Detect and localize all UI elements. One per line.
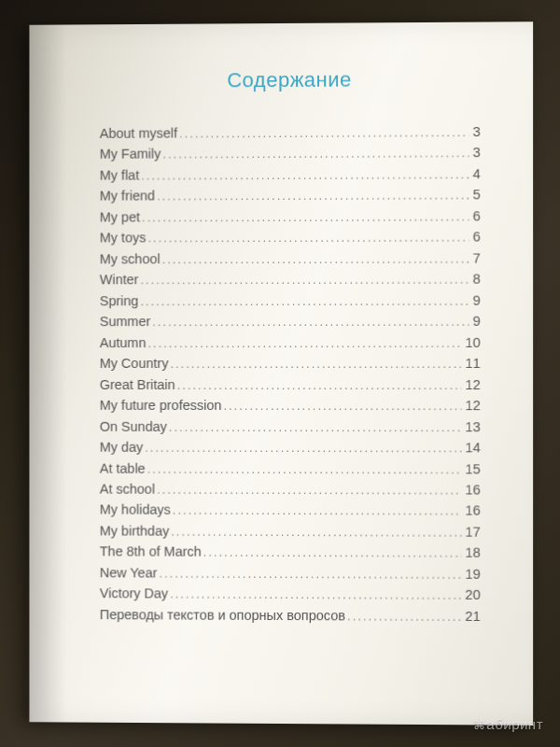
toc-entry: My toys6 bbox=[100, 227, 481, 249]
toc-entry: My school7 bbox=[100, 247, 481, 269]
toc-entry: My pet6 bbox=[100, 205, 481, 228]
toc-leader-dots bbox=[141, 165, 469, 185]
toc-entry-label: My Family bbox=[100, 144, 163, 165]
toc-leader-dots bbox=[142, 207, 469, 227]
toc-leader-dots bbox=[147, 334, 461, 353]
toc-entry: The 8th of March18 bbox=[100, 542, 481, 564]
toc-entry: My friend5 bbox=[100, 185, 481, 207]
toc-leader-dots bbox=[179, 123, 469, 144]
toc-entry: At school16 bbox=[100, 479, 481, 500]
toc-entry-label: My birthday bbox=[100, 520, 171, 542]
toc-entry-page: 8 bbox=[469, 269, 481, 290]
toc-leader-dots bbox=[171, 523, 461, 543]
toc-title: Содержание bbox=[92, 67, 488, 93]
toc-entry-label: Winter bbox=[100, 270, 141, 290]
toc-entry: About myself3 bbox=[100, 121, 481, 144]
toc-entry-label: Summer bbox=[100, 311, 152, 331]
toc-leader-dots bbox=[152, 313, 469, 331]
toc-entry-label: Autumn bbox=[100, 332, 148, 353]
toc-entry-label: At school bbox=[100, 479, 157, 500]
toc-entry-label: Victory Day bbox=[100, 584, 170, 605]
toc-entry-label: About myself bbox=[100, 123, 179, 145]
toc-entry-label: The 8th of March bbox=[100, 542, 203, 563]
toc-leader-dots bbox=[157, 481, 461, 500]
toc-entry-label: At table bbox=[100, 458, 147, 478]
toc-entry-page: 10 bbox=[461, 332, 480, 354]
toc-entry-label: My day bbox=[100, 437, 145, 458]
toc-entry-page: 17 bbox=[461, 521, 480, 543]
toc-entry-page: 7 bbox=[469, 247, 481, 269]
toc-leader-dots bbox=[147, 459, 462, 479]
watermark-text: абиринт bbox=[486, 716, 543, 732]
toc-entry-page: 13 bbox=[461, 416, 480, 438]
toc-entry-page: 4 bbox=[469, 163, 481, 185]
toc-leader-dots bbox=[140, 271, 469, 290]
toc-leader-dots bbox=[170, 585, 461, 605]
toc-entry: On Sunday13 bbox=[100, 416, 481, 437]
book-page: Содержание About myself3My Family3My fla… bbox=[29, 21, 533, 726]
toc-entry-page: 20 bbox=[461, 585, 480, 606]
toc-entry: At table15 bbox=[100, 458, 481, 479]
watermark: ⌘абиринт bbox=[473, 716, 543, 732]
toc-leader-dots bbox=[170, 355, 461, 374]
toc-entry-page: 3 bbox=[469, 143, 481, 164]
toc-entry: Great Britain12 bbox=[100, 374, 481, 396]
toc-entry-page: 9 bbox=[469, 289, 481, 311]
toc-entry-page: 16 bbox=[461, 479, 480, 500]
toc-entry-label: Spring bbox=[100, 290, 141, 311]
maze-icon: ⌘ bbox=[473, 718, 486, 732]
toc-entry-label: My school bbox=[100, 248, 162, 270]
toc-entry-page: 9 bbox=[469, 311, 481, 332]
toc-entry-page: 18 bbox=[461, 543, 480, 564]
toc-entry-page: 6 bbox=[469, 227, 481, 248]
toc-entry-page: 19 bbox=[461, 564, 480, 585]
toc-entry-page: 12 bbox=[461, 374, 480, 396]
toc-entry: Переводы текстов и опорных вопросов21 bbox=[100, 604, 481, 627]
toc-entry-page: 14 bbox=[461, 437, 480, 458]
toc-entry: My birthday17 bbox=[100, 520, 481, 543]
toc-entry-page: 21 bbox=[461, 606, 480, 627]
toc-entry: Autumn10 bbox=[100, 332, 481, 354]
toc-entry: My flat4 bbox=[100, 163, 481, 186]
toc-entry: My Family3 bbox=[100, 143, 481, 165]
toc-entry-label: My Country bbox=[100, 353, 171, 374]
toc-entry: My day14 bbox=[100, 437, 481, 458]
toc-entry-label: Переводы текстов и опорных вопросов bbox=[100, 604, 347, 627]
toc-entry-label: My pet bbox=[100, 206, 142, 228]
toc-entry-label: My flat bbox=[100, 165, 141, 187]
toc-entry: My Country11 bbox=[100, 353, 481, 374]
toc-entry-page: 12 bbox=[461, 395, 480, 416]
toc-leader-dots bbox=[173, 501, 462, 521]
toc-leader-dots bbox=[177, 376, 462, 395]
toc-entry: My future profession12 bbox=[100, 395, 481, 416]
toc-leader-dots bbox=[157, 187, 469, 206]
toc-entry-label: My friend bbox=[100, 186, 157, 207]
toc-leader-dots bbox=[147, 229, 469, 248]
toc-leader-dots bbox=[162, 145, 469, 164]
table-of-contents: About myself3My Family3My flat4My friend… bbox=[92, 121, 488, 627]
toc-entry: New Year19 bbox=[100, 562, 481, 585]
toc-leader-dots bbox=[223, 397, 461, 416]
toc-entry: My holidays16 bbox=[100, 500, 481, 522]
toc-entry-label: On Sunday bbox=[100, 416, 169, 436]
toc-entry-label: My toys bbox=[100, 228, 148, 249]
toc-entry-label: My holidays bbox=[100, 500, 173, 521]
toc-entry-label: Great Britain bbox=[100, 374, 177, 395]
toc-entry-page: 3 bbox=[469, 121, 481, 143]
toc-entry-page: 5 bbox=[469, 185, 481, 206]
toc-entry: Summer9 bbox=[100, 311, 481, 332]
toc-leader-dots bbox=[169, 417, 462, 436]
toc-leader-dots bbox=[159, 564, 461, 584]
toc-leader-dots bbox=[162, 249, 469, 269]
toc-entry-page: 6 bbox=[469, 205, 481, 227]
toc-leader-dots bbox=[140, 291, 469, 311]
toc-entry-page: 16 bbox=[461, 500, 480, 522]
toc-entry-label: My future profession bbox=[100, 395, 224, 416]
toc-entry: Spring9 bbox=[100, 289, 481, 311]
toc-leader-dots bbox=[145, 439, 461, 458]
toc-leader-dots bbox=[203, 543, 462, 563]
toc-entry-label: New Year bbox=[100, 562, 160, 584]
toc-entry-page: 11 bbox=[461, 353, 480, 374]
toc-entry: Winter8 bbox=[100, 269, 481, 290]
toc-entry: Victory Day20 bbox=[100, 584, 481, 606]
